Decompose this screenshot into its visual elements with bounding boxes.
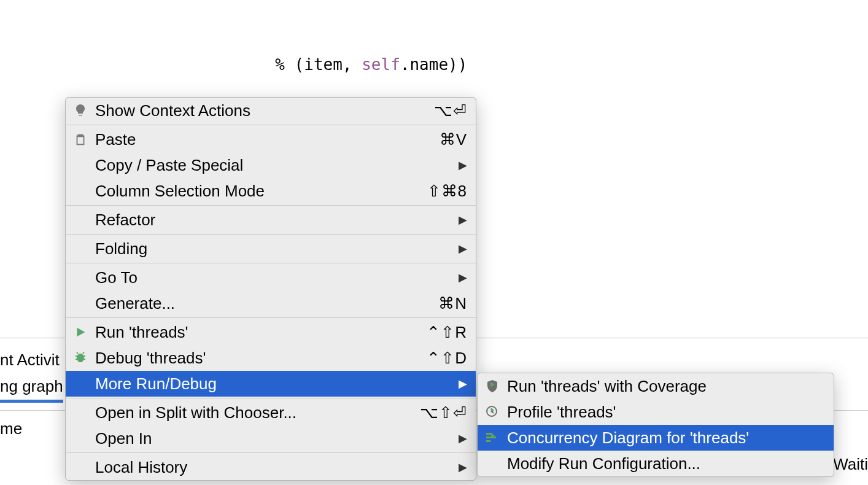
menu-item-run-coverage[interactable]: Run 'threads' with Coverage	[478, 373, 834, 399]
chevron-right-icon: ▶	[459, 213, 467, 227]
menu-label: Open in Split with Chooser...	[95, 403, 414, 422]
blank-icon	[72, 157, 89, 174]
chevron-right-icon: ▶	[459, 377, 467, 390]
blank-icon	[72, 459, 89, 476]
chevron-right-icon: ▶	[459, 460, 467, 474]
tab-active[interactable]: ng graph	[0, 377, 63, 403]
menu-separator	[66, 317, 476, 318]
menu-shortcut: ⇧⌘8	[427, 182, 467, 201]
svg-rect-4	[486, 440, 490, 442]
chevron-right-icon: ▶	[459, 158, 467, 172]
blank-icon	[72, 182, 89, 200]
context-menu: Show Context Actions ⌥⏎ Paste ⌘V Copy / …	[65, 97, 476, 481]
play-icon	[72, 324, 89, 341]
blank-icon	[72, 211, 89, 228]
clock-play-icon	[484, 403, 501, 421]
menu-label: Column Selection Mode	[95, 182, 421, 201]
menu-separator	[66, 234, 476, 235]
menu-separator	[66, 205, 476, 206]
blank-icon	[72, 430, 89, 447]
menu-separator	[66, 398, 476, 398]
menu-label: Modify Run Configuration...	[507, 454, 825, 473]
menu-item-goto[interactable]: Go To ▶	[66, 265, 476, 290]
code-text: % (item,	[6, 55, 362, 74]
menu-item-concurrency-diagram[interactable]: Concurrency Diagram for 'threads'	[478, 425, 834, 451]
blank-icon	[484, 455, 501, 472]
status-text: Waiti	[833, 455, 868, 474]
menu-item-open-in[interactable]: Open In ▶	[66, 425, 476, 451]
menu-label: Go To	[95, 268, 452, 287]
blank-icon	[72, 375, 89, 392]
menu-item-folding[interactable]: Folding ▶	[66, 236, 476, 262]
menu-label: Paste	[95, 130, 433, 149]
menu-shortcut: ⌘N	[438, 294, 467, 313]
menu-separator	[66, 125, 476, 125]
blank-icon	[72, 295, 89, 312]
shield-play-icon	[484, 378, 501, 395]
clipboard-icon	[72, 131, 89, 148]
menu-item-show-context-actions[interactable]: Show Context Actions ⌥⏎	[66, 98, 476, 123]
menu-item-run-threads[interactable]: Run 'threads' ⌃⇧R	[66, 319, 476, 345]
menu-shortcut: ⌘V	[440, 130, 467, 149]
menu-label: Generate...	[95, 294, 432, 313]
chevron-right-icon: ▶	[459, 271, 467, 284]
menu-label: More Run/Debug	[95, 374, 452, 394]
context-submenu: Run 'threads' with Coverage Profile 'thr…	[477, 373, 834, 477]
bug-icon	[72, 349, 89, 367]
menu-item-modify-config[interactable]: Modify Run Configuration...	[478, 451, 834, 476]
code-text: .name))	[400, 55, 468, 74]
menu-item-open-split[interactable]: Open in Split with Chooser... ⌥⇧⏎	[66, 400, 476, 425]
keyword-self: self	[362, 55, 400, 74]
menu-shortcut: ⌃⇧D	[427, 349, 467, 368]
menu-label: Refactor	[95, 211, 452, 230]
svg-rect-3	[486, 437, 496, 438]
menu-label: Local History	[95, 458, 452, 477]
menu-item-generate[interactable]: Generate... ⌘N	[66, 290, 476, 316]
menu-label: Run 'threads' with Coverage	[507, 377, 825, 396]
concurrency-icon	[484, 429, 501, 446]
menu-label: Profile 'threads'	[507, 403, 825, 422]
menu-item-debug-threads[interactable]: Debug 'threads' ⌃⇧D	[66, 345, 476, 371]
menu-label: Debug 'threads'	[95, 349, 420, 368]
menu-item-refactor[interactable]: Refactor ▶	[66, 207, 476, 233]
menu-item-copy-paste-special[interactable]: Copy / Paste Special ▶	[66, 152, 476, 178]
menu-separator	[66, 452, 476, 453]
menu-item-more-run-debug[interactable]: More Run/Debug ▶	[66, 371, 476, 397]
lightbulb-icon	[72, 102, 89, 119]
column-header-name[interactable]: me	[0, 419, 22, 438]
menu-separator	[66, 263, 476, 263]
menu-label: Folding	[95, 239, 452, 258]
menu-label: Copy / Paste Special	[95, 156, 452, 175]
blank-icon	[72, 269, 89, 286]
code-line: % (item, self.name))	[0, 52, 868, 77]
svg-point-0	[77, 354, 84, 362]
menu-item-paste[interactable]: Paste ⌘V	[66, 126, 476, 152]
menu-shortcut: ⌥⇧⏎	[420, 403, 467, 422]
menu-item-local-history[interactable]: Local History ▶	[66, 454, 476, 480]
menu-item-column-selection[interactable]: Column Selection Mode ⇧⌘8	[66, 178, 476, 204]
menu-item-profile[interactable]: Profile 'threads'	[478, 399, 834, 425]
blank-icon	[72, 240, 89, 257]
menu-shortcut: ⌃⇧R	[427, 323, 467, 342]
menu-label: Open In	[95, 429, 452, 448]
menu-label: Run 'threads'	[95, 323, 420, 342]
menu-label: Show Context Actions	[95, 101, 428, 120]
chevron-right-icon: ▶	[459, 432, 467, 445]
menu-label: Concurrency Diagram for 'threads'	[507, 429, 825, 448]
menu-shortcut: ⌥⏎	[434, 101, 467, 120]
blank-icon	[72, 404, 89, 421]
chevron-right-icon: ▶	[459, 242, 467, 255]
